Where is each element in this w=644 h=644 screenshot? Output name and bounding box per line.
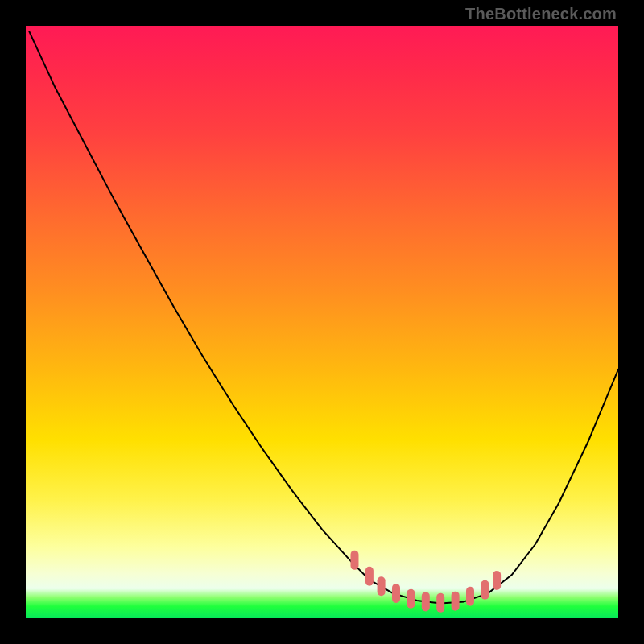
bottom-marker-group xyxy=(354,555,497,609)
attribution-text: TheBottleneck.com xyxy=(465,5,617,23)
bottleneck-curve xyxy=(29,31,618,603)
curve-svg xyxy=(26,26,618,618)
chart-frame: TheBottleneck.com xyxy=(0,0,644,644)
plot-area xyxy=(26,26,618,618)
